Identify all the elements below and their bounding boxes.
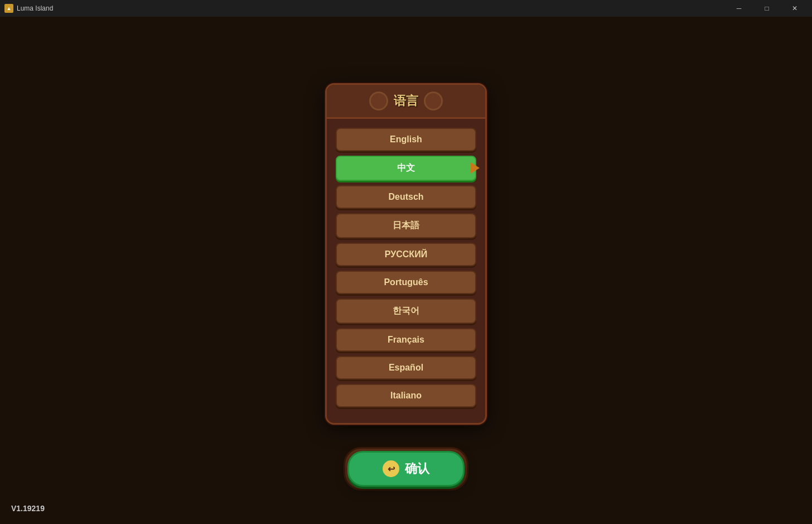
- title-bar: ▲ Luma Island ─ □ ✕: [0, 0, 812, 17]
- maximize-button[interactable]: □: [754, 0, 780, 17]
- lang-btn-portuguese[interactable]: Português: [336, 271, 476, 294]
- minimize-button[interactable]: ─: [726, 0, 752, 17]
- lang-btn-deutsch[interactable]: Deutsch: [336, 185, 476, 209]
- close-button[interactable]: ✕: [782, 0, 808, 17]
- window-controls: ─ □ ✕: [726, 0, 808, 17]
- app-icon: ▲: [4, 4, 13, 13]
- lang-btn-italian[interactable]: Italiano: [336, 384, 476, 407]
- return-icon: ↩: [383, 460, 399, 477]
- dialog-header: 语言: [327, 85, 485, 119]
- confirm-button[interactable]: ↩ 确认: [347, 451, 465, 487]
- lang-btn-japanese[interactable]: 日本語: [336, 213, 476, 238]
- dialog-title: 语言: [394, 93, 418, 109]
- app-title: Luma Island: [17, 4, 726, 12]
- lang-btn-english[interactable]: English: [336, 128, 476, 151]
- lang-btn-spanish[interactable]: Español: [336, 356, 476, 379]
- confirm-btn-wrapper: ↩ 确认: [344, 447, 468, 491]
- lang-btn-french[interactable]: Français: [336, 328, 476, 352]
- lang-btn-korean[interactable]: 한국어: [336, 299, 476, 324]
- confirm-area: ↩ 确认: [344, 447, 468, 491]
- language-dialog: 语言 English 中文 Deutsch 日本語 РУССКИЙ Portug…: [325, 83, 487, 425]
- lang-btn-chinese[interactable]: 中文: [336, 156, 476, 181]
- version-label: V1.19219: [11, 504, 45, 513]
- selected-arrow-icon: [471, 162, 480, 174]
- language-list: English 中文 Deutsch 日本語 РУССКИЙ Português…: [327, 119, 485, 412]
- lang-btn-russian[interactable]: РУССКИЙ: [336, 243, 476, 266]
- game-area: 语言 English 中文 Deutsch 日本語 РУССКИЙ Portug…: [0, 17, 812, 524]
